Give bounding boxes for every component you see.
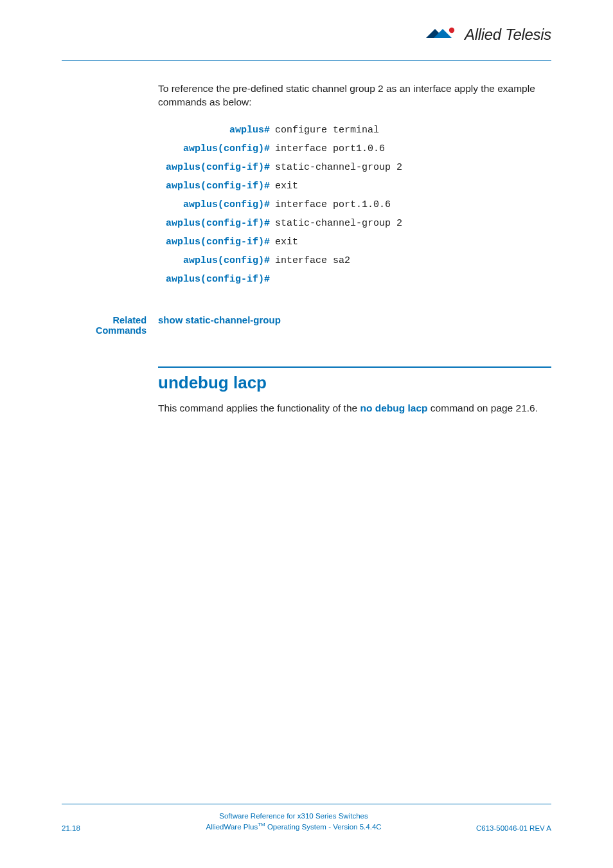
footer-page-number: 21.18	[62, 824, 139, 832]
cli-command: exit	[275, 233, 406, 251]
cli-prompt: awplus(config-if)#	[62, 177, 275, 195]
intro-paragraph: To reference the pre-defined static chan…	[158, 82, 551, 109]
section-heading: undebug lacp	[158, 373, 551, 393]
table-row: awplus(config)# interface port.1.0.6	[62, 195, 406, 214]
cli-prompt: awplus(config)#	[62, 251, 275, 270]
header-divider	[62, 60, 551, 61]
table-row: awplus(config)# interface sa2	[62, 251, 406, 270]
footer-version-line: AlliedWare PlusTM Operating System - Ver…	[139, 821, 449, 832]
footer-divider	[62, 804, 551, 804]
related-commands-row: Related Commands show static-channel-gro…	[62, 314, 551, 336]
page-footer: 21.18 Software Reference for x310 Series…	[62, 804, 551, 832]
cli-command: static-channel-group 2	[275, 214, 406, 233]
table-row: awplus(config-if)# static-channel-group …	[62, 214, 406, 233]
cli-prompt: awplus(config-if)#	[62, 158, 275, 177]
cli-command: interface port1.0.6	[275, 140, 406, 158]
cli-prompt: awplus(config)#	[62, 195, 275, 214]
cli-prompt: awplus(config-if)#	[62, 214, 275, 233]
body-text-post: command on page 21.6.	[428, 402, 538, 413]
cli-command: configure terminal	[275, 121, 406, 140]
cli-command: interface port.1.0.6	[275, 195, 406, 214]
related-commands-label: Related Commands	[62, 315, 158, 336]
cli-prompt: awplus#	[62, 121, 275, 140]
table-row: awplus(config-if)# exit	[62, 177, 406, 195]
section-body: This command applies the functionality o…	[158, 402, 551, 415]
footer-center: Software Reference for x310 Series Switc…	[139, 811, 449, 832]
footer-product-name: AlliedWare Plus	[206, 823, 258, 831]
related-command-link[interactable]: show static-channel-group	[158, 314, 281, 325]
trademark-symbol: TM	[258, 822, 265, 827]
svg-point-2	[449, 28, 454, 33]
cli-command	[275, 270, 406, 289]
body-text-pre: This command applies the functionality o…	[158, 402, 360, 413]
table-row: awplus(config-if)#	[62, 270, 406, 289]
section-divider	[158, 366, 551, 368]
brand-name: Allied Telesis	[465, 26, 551, 44]
brand-logo-icon	[425, 26, 459, 43]
footer-doc-number: C613-50046-01 REV A	[449, 824, 551, 832]
brand-header: Allied Telesis	[425, 26, 551, 44]
cli-prompt: awplus(config-if)#	[62, 270, 275, 289]
table-row: awplus(config-if)# static-channel-group …	[62, 158, 406, 177]
no-debug-lacp-link[interactable]: no debug lacp	[360, 402, 427, 413]
footer-version-text: Operating System - Version 5.4.4C	[265, 823, 382, 831]
footer-title-line: Software Reference for x310 Series Switc…	[139, 811, 449, 821]
table-row: awplus(config-if)# exit	[62, 233, 406, 251]
cli-command: exit	[275, 177, 406, 195]
table-row: awplus# configure terminal	[62, 121, 406, 140]
cli-prompt: awplus(config)#	[62, 140, 275, 158]
cli-prompt: awplus(config-if)#	[62, 233, 275, 251]
cli-command: interface sa2	[275, 251, 406, 270]
cli-command: static-channel-group 2	[275, 158, 406, 177]
table-row: awplus(config)# interface port1.0.6	[62, 140, 406, 158]
cli-session: awplus# configure terminal awplus(config…	[62, 121, 406, 289]
